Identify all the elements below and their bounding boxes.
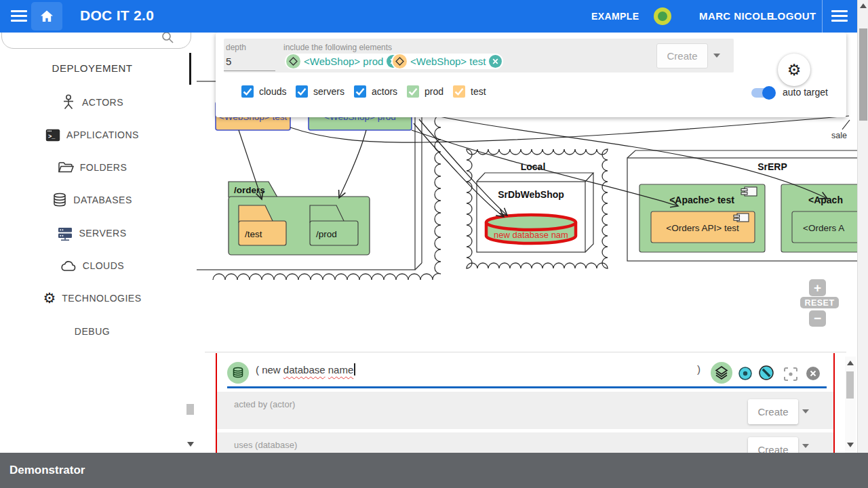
svg-text:>_: >_ xyxy=(48,133,56,140)
layers-icon xyxy=(713,364,730,382)
zoom-reset-button[interactable]: RESET xyxy=(800,297,839,308)
sidebar-item-debug[interactable]: DEBUG xyxy=(0,321,184,342)
create-relation-button[interactable]: Create xyxy=(748,437,798,453)
scrollbar-thumb[interactable] xyxy=(186,404,194,415)
database-cylinder-highlighted[interactable]: new database nam xyxy=(486,215,576,243)
element-edit-panel: ( new database name ) acted by (actor) C… xyxy=(216,353,835,453)
scroll-up-arrow[interactable] xyxy=(860,3,867,8)
left-scrollbar[interactable] xyxy=(184,33,197,453)
checkbox-checked[interactable] xyxy=(241,85,254,98)
main-scrollbar[interactable] xyxy=(857,0,868,453)
create-relation-caret[interactable] xyxy=(802,409,809,413)
depth-input-underline xyxy=(224,70,275,71)
input-text: ( new xyxy=(256,364,283,375)
home-icon xyxy=(39,9,54,23)
sidebar-item-applications[interactable]: >_ APPLICATIONS xyxy=(0,125,184,145)
sidebar-item-technologies[interactable]: ⚙ TECHNOLOGIES xyxy=(0,288,184,308)
component-apache-test-label: <Apache> test xyxy=(669,195,734,205)
diagram-settings-button[interactable]: ⚙ xyxy=(778,54,810,86)
component-orders-api-test[interactable]: <Orders API> test xyxy=(651,211,755,243)
checkbox-label: prod xyxy=(425,86,443,97)
checkbox-label: actors xyxy=(372,86,397,97)
right-menu-hamburger-icon[interactable] xyxy=(831,10,848,22)
sidebar-item-label: FOLDERS xyxy=(80,162,127,173)
panel-scrollbar[interactable] xyxy=(845,357,856,453)
filter-prod[interactable]: prod xyxy=(407,85,443,98)
block-button[interactable] xyxy=(758,365,774,384)
database-icon xyxy=(52,192,67,207)
component-apache-test[interactable]: <Apache> test <Orders API> test xyxy=(639,184,765,252)
chip-webshop-prod[interactable]: <WebShop> prod xyxy=(285,54,401,69)
create-dropdown-caret[interactable] xyxy=(713,54,720,58)
scroll-up-arrow[interactable] xyxy=(847,361,854,365)
auto-target-toggle-knob[interactable] xyxy=(762,86,776,100)
checkbox-checked[interactable] xyxy=(354,85,366,98)
sidebar-item-label: TECHNOLOGIES xyxy=(62,293,141,304)
server-icon xyxy=(58,226,73,241)
database-icon xyxy=(230,365,246,381)
status-bar: Demonstrator xyxy=(0,453,868,488)
component-orders-api-test-label: <Orders API> test xyxy=(666,223,739,233)
target-button[interactable] xyxy=(738,366,753,384)
checkbox-checked[interactable] xyxy=(453,85,465,98)
example-badge[interactable]: EXAMPLE xyxy=(591,11,639,22)
home-button[interactable] xyxy=(31,2,62,30)
search-icon xyxy=(161,33,175,45)
scroll-down-arrow[interactable] xyxy=(187,442,194,447)
sidebar-item-label: ACTORS xyxy=(82,97,123,108)
database-name-input[interactable]: ( new database name xyxy=(256,363,355,375)
create-relation-button[interactable]: Create xyxy=(748,399,798,424)
sidebar-item-servers[interactable]: SERVERS xyxy=(0,223,184,243)
sidebar: DEPLOYEMENT ACTORS >_ APPLICATIONS FOLDE… xyxy=(0,33,184,453)
sidebar-item-databases[interactable]: DATABASES xyxy=(0,190,184,210)
status-bar-label: Demonstrator xyxy=(9,464,85,477)
node-srdbwebshop-label: SrDbWebShop xyxy=(498,189,564,200)
sidebar-item-label: DEBUG xyxy=(75,326,110,337)
scrollbar-thumb[interactable] xyxy=(846,371,854,399)
header-divider xyxy=(822,0,823,33)
include-elements-label: include the following elements xyxy=(283,43,392,52)
application-window: Local SrDbWebShop new database nam SrERP xyxy=(0,0,868,488)
folder-orders-label: /orders xyxy=(234,185,265,195)
relation-row-acted-by: acted by (actor) xyxy=(217,392,833,429)
target-dot-icon xyxy=(738,366,753,381)
chip-webshop-test[interactable]: <WebShop> test xyxy=(391,54,503,69)
folder-icon xyxy=(58,161,74,174)
status-dot xyxy=(654,7,671,25)
scroll-down-arrow[interactable] xyxy=(847,443,854,447)
sidebar-item-clouds[interactable]: CLOUDS xyxy=(0,256,184,276)
sidebar-item-folders[interactable]: FOLDERS xyxy=(0,157,184,178)
checkbox-checked[interactable] xyxy=(296,85,308,98)
layers-button[interactable] xyxy=(711,362,732,384)
gear-icon: ⚙ xyxy=(787,62,802,78)
filter-servers[interactable]: servers xyxy=(296,85,344,98)
folder-test-label: /test xyxy=(245,229,262,239)
filter-clouds[interactable]: clouds xyxy=(241,85,286,98)
zoom-in-button[interactable]: + xyxy=(809,279,826,296)
actor-icon xyxy=(61,94,76,110)
edge-label-sale: sale xyxy=(831,131,847,140)
folder-orders[interactable]: /orders /test /prod xyxy=(229,182,370,255)
filter-test[interactable]: test xyxy=(453,85,486,98)
scrollbar-thumb[interactable] xyxy=(859,28,867,121)
menu-hamburger-icon[interactable] xyxy=(11,10,27,22)
sidebar-item-label: DATABASES xyxy=(73,195,132,205)
component-apache-prod-label: <Apach xyxy=(808,195,843,205)
chip-remove-icon[interactable] xyxy=(489,55,502,68)
filter-actors[interactable]: actors xyxy=(354,85,397,98)
logout-button[interactable]: LOGOUT xyxy=(771,10,816,22)
zoom-out-button[interactable]: − xyxy=(809,310,826,327)
node-srdbwebshop[interactable]: SrDbWebShop new database nam xyxy=(477,173,593,252)
sidebar-item-actors[interactable]: ACTORS xyxy=(0,92,184,113)
slash-icon xyxy=(758,365,774,381)
sidebar-item-label: APPLICATIONS xyxy=(66,129,139,140)
center-focus-icon xyxy=(783,367,798,382)
user-name[interactable]: MARC NICOLE xyxy=(699,10,774,22)
create-relation-caret[interactable] xyxy=(802,444,809,448)
close-panel-button[interactable] xyxy=(806,366,821,384)
create-diagram-button[interactable]: Create xyxy=(656,43,708,68)
component-orders-api-prod[interactable]: <Orders A xyxy=(792,211,857,243)
center-focus-button[interactable] xyxy=(783,367,798,384)
depth-input[interactable]: 5 xyxy=(226,56,231,67)
checkbox-checked[interactable] xyxy=(407,85,419,98)
